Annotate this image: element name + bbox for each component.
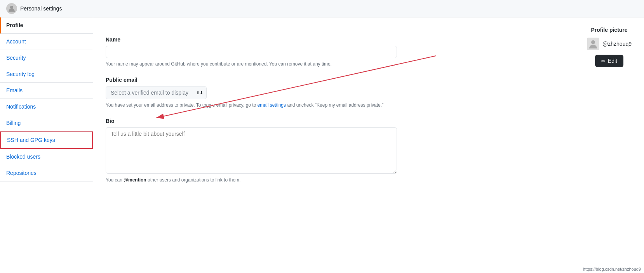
- top-bar: Personal settings: [0, 0, 644, 17]
- sidebar-item-blocked-users[interactable]: Blocked users: [0, 149, 93, 165]
- url-bar: https://blog.csdn.net/zhzhouq9: [583, 267, 641, 271]
- sidebar-item-notifications[interactable]: Notifications: [0, 99, 93, 115]
- mention-hint: You can @mention other users and organiz…: [106, 177, 632, 183]
- name-label: Name: [106, 36, 632, 43]
- svg-point-2: [591, 40, 595, 44]
- sidebar-item-ssh-gpg-keys[interactable]: SSH and GPG keys: [0, 131, 93, 149]
- bio-form-group: Bio You can @mention other users and org…: [106, 118, 632, 183]
- public-email-label: Public email: [106, 77, 632, 83]
- sidebar-item-profile[interactable]: Profile: [0, 17, 93, 34]
- sidebar-item-emails[interactable]: Emails: [0, 83, 93, 99]
- email-settings-link[interactable]: email settings: [258, 102, 286, 108]
- email-select-box[interactable]: Select a verified email to display ⬆⬇: [106, 86, 207, 99]
- bio-label: Bio: [106, 118, 632, 124]
- main-content: Profile picture @zhzhouq9 ✏ Edit Name Yo…: [93, 17, 644, 273]
- main-layout: Profile Account Security Security log Em…: [0, 17, 644, 273]
- public-email-form-group: Public email Select a verified email to …: [106, 77, 632, 109]
- sidebar-item-security[interactable]: Security: [0, 50, 93, 66]
- bio-textarea[interactable]: [106, 127, 397, 174]
- pencil-icon: ✏: [601, 58, 606, 64]
- sidebar-item-billing[interactable]: Billing: [0, 115, 93, 131]
- name-form-group: Name Your name may appear around GitHub …: [106, 36, 632, 67]
- profile-username: @zhzhouq9: [602, 41, 632, 47]
- email-select-placeholder: Select a verified email to display: [111, 90, 188, 96]
- edit-profile-picture-button[interactable]: ✏ Edit: [595, 55, 623, 67]
- name-hint: Your name may appear around GitHub where…: [106, 60, 397, 67]
- sidebar-item-security-log[interactable]: Security log: [0, 66, 93, 83]
- sidebar-item-account[interactable]: Account: [0, 34, 93, 50]
- top-bar-title: Personal settings: [20, 5, 62, 12]
- email-select-wrapper: Select a verified email to display ⬆⬇: [106, 86, 207, 99]
- name-input[interactable]: [106, 46, 397, 58]
- sidebar: Profile Account Security Security log Em…: [0, 17, 93, 273]
- profile-avatar-image: [587, 38, 599, 50]
- user-avatar: [6, 3, 17, 14]
- select-arrows-icon: ⬆⬇: [196, 90, 203, 95]
- profile-picture-label: Profile picture: [591, 27, 627, 33]
- profile-picture-section: Profile picture @zhzhouq9 ✏ Edit: [587, 27, 632, 67]
- profile-picture-avatar: @zhzhouq9: [587, 38, 632, 50]
- section-divider: [106, 27, 632, 27]
- mention-bold: @mention: [124, 177, 146, 183]
- email-privacy-hint: You have set your email address to priva…: [106, 102, 397, 109]
- sidebar-item-repositories[interactable]: Repositories: [0, 165, 93, 181]
- svg-point-0: [10, 6, 13, 9]
